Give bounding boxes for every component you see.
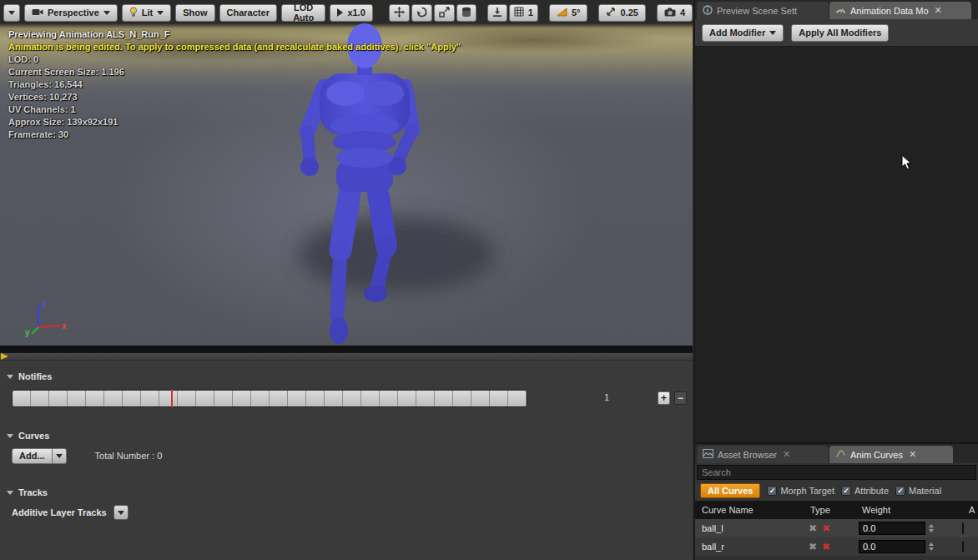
table-row[interactable]: ball_l ✖ ✖: [695, 519, 978, 537]
attribute-filter[interactable]: ✓ Attribute: [841, 486, 889, 496]
tab-preview-scene-settings[interactable]: Preview Scene Sett: [697, 2, 829, 19]
notify-track-segment[interactable]: [214, 391, 233, 406]
col-curve-name[interactable]: Curve Name: [695, 505, 804, 515]
notify-track-segment[interactable]: [13, 391, 31, 406]
tracks-header-label: Tracks: [18, 487, 48, 497]
curves-section-header[interactable]: Curves: [7, 431, 49, 441]
close-icon[interactable]: ✕: [907, 450, 916, 459]
apply-all-modifiers-button[interactable]: Apply All Modifiers: [791, 24, 889, 42]
notify-track-segment[interactable]: [123, 391, 141, 406]
tab-asset-browser[interactable]: Asset Browser ✕: [697, 446, 829, 463]
auto-checkbox[interactable]: [962, 541, 964, 552]
weight-spinner[interactable]: [929, 542, 934, 551]
notifies-section-header[interactable]: Notifies: [7, 371, 52, 381]
asset-browser-icon: [703, 449, 713, 460]
checkbox-checked-icon[interactable]: ✓: [841, 486, 851, 496]
weight-input[interactable]: [859, 540, 925, 553]
notify-track-segments[interactable]: [12, 390, 527, 407]
notify-track-segment[interactable]: [380, 391, 398, 406]
timeline-playhead[interactable]: [171, 390, 173, 407]
notify-track-segment[interactable]: [361, 391, 380, 406]
camera-speed-value: 4: [680, 8, 685, 18]
coordinate-system-button[interactable]: [456, 4, 476, 22]
notify-track-segment[interactable]: [86, 391, 104, 406]
notify-track-segment[interactable]: [490, 391, 508, 406]
close-icon[interactable]: ✕: [933, 6, 942, 15]
tab-animation-data-modifiers[interactable]: Animation Data Mo ✕: [829, 2, 971, 19]
playback-speed-button[interactable]: x1.0: [330, 4, 372, 22]
chevron-down-icon: [118, 511, 124, 515]
weight-input[interactable]: [859, 522, 925, 535]
preview-viewport[interactable]: Perspective Lit Show Character LOD Auto …: [0, 0, 693, 352]
table-row[interactable]: ball_r ✖ ✖: [695, 537, 978, 556]
notify-track-segment[interactable]: [196, 391, 214, 406]
notify-track-segment[interactable]: [68, 391, 86, 406]
add-curve-dropdown[interactable]: [53, 448, 67, 464]
remove-notify-track-button[interactable]: −: [674, 391, 687, 405]
show-button[interactable]: Show: [175, 4, 214, 22]
col-weight[interactable]: Weight: [855, 505, 962, 515]
notify-track-segment[interactable]: [288, 391, 306, 406]
viewport-options-dropdown[interactable]: [3, 4, 20, 22]
translate-tool-button[interactable]: [389, 4, 410, 22]
all-curves-filter-button[interactable]: All Curves: [700, 483, 760, 498]
notify-track-segment[interactable]: [435, 391, 453, 406]
morph-type-x-icon[interactable]: ✖: [809, 541, 817, 552]
checkbox-checked-icon[interactable]: ✓: [895, 486, 905, 496]
rotate-tool-button[interactable]: [411, 4, 432, 22]
add-notify-track-button[interactable]: +: [658, 391, 670, 405]
curve-filter-row: All Curves ✓ Morph Target ✓ Attribute ✓ …: [695, 481, 978, 501]
search-input[interactable]: [697, 465, 976, 480]
col-auto[interactable]: A: [962, 505, 978, 515]
tab-anim-curves[interactable]: Anim Curves ✕: [829, 446, 953, 463]
surface-snap-button[interactable]: [487, 4, 507, 22]
notify-track-segment[interactable]: [104, 391, 123, 406]
timeline-panel: Notifies 1 + − Curves Add... Total Numbe…: [0, 352, 693, 560]
material-filter[interactable]: ✓ Material: [895, 486, 941, 496]
morph-target-filter[interactable]: ✓ Morph Target: [767, 486, 834, 496]
expand-nub-icon[interactable]: [1, 353, 8, 360]
notify-track-segment[interactable]: [270, 391, 288, 406]
play-icon: [337, 8, 343, 17]
weight-spinner[interactable]: [929, 524, 934, 532]
scale-tool-button[interactable]: [434, 4, 455, 22]
notify-track-segment[interactable]: [159, 391, 178, 406]
rotation-snap-button[interactable]: 5°: [549, 4, 588, 22]
notify-track-segment[interactable]: [471, 391, 490, 406]
add-modifier-button[interactable]: Add Modifier: [702, 24, 784, 42]
add-curve-button[interactable]: Add...: [12, 448, 53, 464]
perspective-button[interactable]: Perspective: [24, 4, 118, 22]
lod-auto-button[interactable]: LOD Auto: [281, 4, 325, 22]
viewport-overlay: Previewing Animation ALS_N_Run_F Animati…: [8, 28, 461, 141]
notify-track-segment[interactable]: [31, 391, 49, 406]
camera-speed-button[interactable]: 4: [657, 4, 693, 22]
notify-track-segment[interactable]: [508, 391, 527, 406]
material-type-x-icon[interactable]: ✖: [822, 541, 830, 552]
tracks-section-header[interactable]: Tracks: [7, 487, 48, 497]
col-type[interactable]: Type: [804, 505, 855, 515]
notify-track-segment[interactable]: [251, 391, 270, 406]
lit-button[interactable]: Lit: [122, 4, 171, 22]
checkbox-checked-icon[interactable]: ✓: [767, 486, 777, 496]
notify-track-segment[interactable]: [325, 391, 343, 406]
auto-checkbox[interactable]: [962, 522, 964, 534]
close-icon[interactable]: ✕: [781, 450, 790, 459]
scale-snap-button[interactable]: 0.25: [598, 4, 645, 22]
notify-track-segment[interactable]: [398, 391, 416, 406]
morph-type-x-icon[interactable]: ✖: [809, 522, 817, 534]
notify-track-segment[interactable]: [233, 391, 251, 406]
panel-splitter[interactable]: [0, 353, 693, 361]
notify-track-segment[interactable]: [416, 391, 435, 406]
additive-layer-tracks-dropdown[interactable]: [113, 505, 129, 520]
notify-track-segment[interactable]: [306, 391, 325, 406]
character-button[interactable]: Character: [219, 4, 277, 22]
grid-snap-button[interactable]: 1: [509, 4, 538, 22]
notify-track-segment[interactable]: [141, 391, 159, 406]
notify-track-segment[interactable]: [178, 391, 196, 406]
notify-track-segment[interactable]: [49, 391, 68, 406]
notify-track-segment[interactable]: [343, 391, 361, 406]
lightbulb-icon: [129, 7, 138, 19]
tab-label: Asset Browser: [718, 450, 777, 460]
material-type-x-icon[interactable]: ✖: [822, 522, 830, 534]
notify-track-segment[interactable]: [453, 391, 471, 406]
